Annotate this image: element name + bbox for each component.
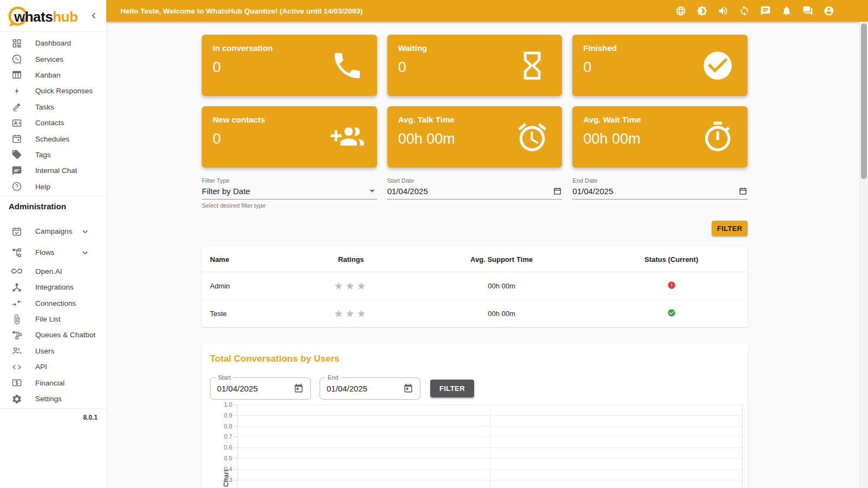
hub-icon — [11, 282, 22, 293]
timer-icon — [701, 120, 735, 154]
sidebar-item-services[interactable]: Services — [0, 51, 106, 67]
vertical-gridline — [490, 404, 490, 488]
sidebar-item-file-list[interactable]: File List — [0, 311, 106, 327]
volume-icon[interactable] — [718, 5, 729, 16]
sidebar-item-tags[interactable]: Tags — [0, 147, 106, 163]
y-tick-mark — [234, 415, 237, 416]
greeting-text: Hello Teste, Welcome to WhatsHub Quantiz… — [120, 7, 363, 15]
swap-arrows-icon — [11, 298, 22, 309]
start-date-field: Start Date 01/04/2025 — [387, 177, 563, 209]
calendar-icon[interactable] — [553, 187, 562, 196]
sidebar-item-internal-chat[interactable]: Internal Chat — [0, 163, 106, 178]
sidebar-item-open-ai[interactable]: Open.AI — [0, 264, 106, 279]
bell-icon[interactable] — [781, 5, 792, 16]
globe-icon[interactable] — [675, 5, 686, 16]
sidebar-item-users[interactable]: Users — [0, 343, 106, 359]
stat-card-in-conversation: In conversation0 — [202, 35, 377, 96]
kanban-icon — [11, 69, 22, 80]
app-version: 8.0.1 — [0, 408, 106, 421]
brightness-icon[interactable] — [697, 5, 707, 16]
logo-row: whatshub — [0, 0, 106, 32]
sidebar-item-quick-responses[interactable]: Quick Responses — [0, 83, 106, 99]
sidebar-item-label: Services — [35, 55, 63, 63]
end-date-field: End Date 01/04/2025 — [572, 177, 748, 209]
sidebar-item-help[interactable]: Help — [0, 179, 106, 195]
sidebar-collapse-button[interactable] — [88, 10, 99, 21]
sidebar-item-label: Dashboard — [35, 39, 71, 47]
filter-row: Filter Type Filter by Date Select desire… — [202, 177, 748, 209]
sync-icon[interactable] — [739, 5, 750, 16]
sidebar-item-dashboard[interactable]: Dashboard — [0, 35, 106, 51]
horizontal-gridline — [238, 447, 742, 448]
scrollbar-thumb[interactable] — [861, 23, 867, 179]
start-date-input[interactable]: 01/04/2025 — [387, 187, 563, 200]
sidebar-main-nav: DashboardServicesKanbanQuick ResponsesTa… — [0, 32, 106, 195]
sidebar-item-flows[interactable]: Flows — [0, 242, 106, 263]
administration-section-title: Administration — [0, 196, 106, 212]
phone-icon — [330, 49, 364, 82]
status-online-icon — [667, 309, 676, 317]
filter-type-select[interactable]: Filter by Date — [202, 187, 377, 200]
status-offline-icon — [667, 281, 676, 290]
status-cell — [595, 281, 748, 291]
stat-card-avg-wait-time: Avg. Wait Time00h 00m — [572, 106, 748, 168]
forum-icon[interactable] — [802, 5, 813, 16]
main-content: In conversation0Waiting0Finished0New con… — [106, 22, 868, 488]
whatshub-dashboard: whatshub DashboardServicesKanbanQuick Re… — [0, 0, 868, 488]
queues-icon — [11, 330, 22, 341]
status-cell — [595, 309, 748, 319]
sidebar-item-kanban[interactable]: Kanban — [0, 67, 106, 83]
rating-stars: ★★★ — [294, 307, 408, 320]
start-date-value: 01/04/2025 — [387, 187, 553, 196]
sidebar-item-label: Kanban — [35, 71, 61, 79]
y-tick-label: 0.5 — [216, 455, 232, 461]
sidebar-item-label: Settings — [35, 395, 62, 403]
start-date-label: Start Date — [387, 177, 563, 184]
whatshub-logo: whatshub — [7, 4, 88, 29]
end-date-input[interactable]: 01/04/2025 — [572, 187, 748, 200]
sidebar-item-api[interactable]: API — [0, 359, 106, 375]
sidebar-item-label: Open.AI — [35, 267, 62, 275]
topbar-icon-group — [675, 5, 834, 16]
sidebar-item-campaigns[interactable]: Campaigns — [0, 221, 106, 242]
sidebar-item-label: Financial — [35, 379, 65, 387]
filter-type-field: Filter Type Filter by Date Select desire… — [202, 177, 377, 209]
y-tick-label: 0.9 — [216, 412, 232, 419]
sidebar-item-label: Integrations — [35, 283, 74, 291]
sidebar-item-contacts[interactable]: Contacts — [0, 115, 106, 131]
column-ratings: Ratings — [294, 255, 408, 264]
sidebar-item-label: Contacts — [35, 119, 64, 127]
sidebar-item-schedules[interactable]: Schedules — [0, 131, 106, 146]
chat-icon[interactable] — [760, 5, 771, 16]
alarm-icon — [515, 120, 549, 154]
y-tick-label: 0.8 — [216, 423, 232, 429]
campaign-calendar-icon — [11, 226, 22, 237]
tag-icon — [11, 149, 22, 160]
filter-button[interactable]: FILTER — [712, 221, 748, 236]
sidebar-item-tasks[interactable]: Tasks — [0, 99, 106, 115]
sidebar-item-queues-chatbot[interactable]: Queues & Chatbot — [0, 327, 106, 343]
sidebar-item-label: Tags — [35, 151, 51, 159]
dashboard-icon — [11, 38, 22, 49]
y-tick-label: 0.4 — [216, 466, 232, 472]
sidebar-item-label: Campaigns — [35, 227, 72, 235]
horizontal-gridline — [238, 436, 742, 437]
person-add-icon — [330, 120, 364, 154]
y-tick-mark — [234, 458, 237, 459]
stat-cards-grid: In conversation0Waiting0Finished0New con… — [202, 35, 748, 168]
sidebar-item-label: Queues & Chatbot — [35, 331, 95, 339]
users-table: Name Ratings Avg. Support Time Status (C… — [202, 247, 748, 327]
sidebar-admin-nav: Open.AIIntegrationsConnectionsFile ListQ… — [0, 264, 106, 407]
chevron-down-icon — [80, 227, 90, 236]
vertical-scrollbar[interactable] — [859, 22, 868, 488]
sidebar-item-connections[interactable]: Connections — [0, 295, 106, 311]
avg-support-time: 00h 00m — [408, 310, 595, 318]
sidebar-item-financial[interactable]: Financial — [0, 375, 106, 390]
sidebar-item-integrations[interactable]: Integrations — [0, 279, 106, 295]
stat-card-avg-talk-time: Avg. Talk Time00h 00m — [387, 106, 563, 168]
sidebar-item-settings[interactable]: Settings — [0, 391, 106, 407]
y-tick-mark — [234, 436, 237, 437]
sidebar-item-label: File List — [35, 315, 61, 323]
account-icon[interactable] — [824, 5, 834, 16]
calendar-icon[interactable] — [738, 187, 748, 196]
